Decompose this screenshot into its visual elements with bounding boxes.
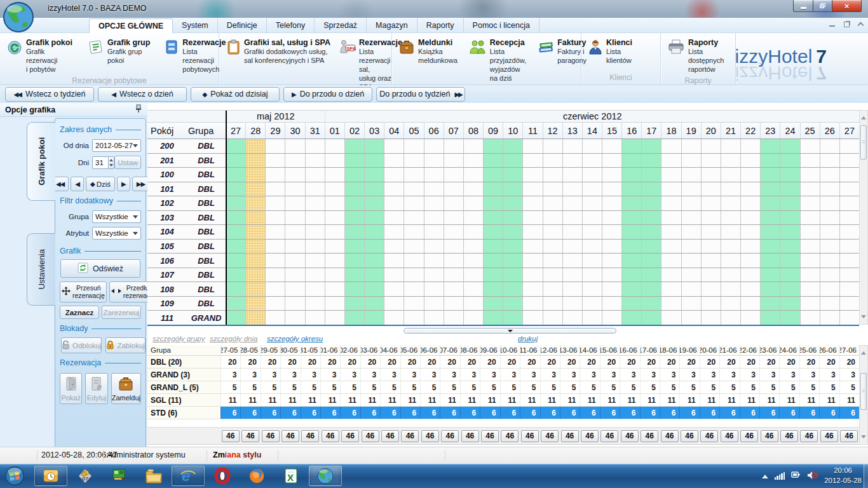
- summary-value-cell[interactable]: 6: [799, 407, 819, 419]
- scroll-up-icon[interactable]: [861, 114, 866, 119]
- schedule-cell[interactable]: [483, 311, 503, 325]
- internet-explorer-icon[interactable]: e: [172, 466, 205, 486]
- day-header-cell[interactable]: 31: [305, 123, 325, 139]
- schedule-cell[interactable]: [463, 196, 483, 210]
- pokoj-column-header[interactable]: Pokój: [147, 123, 187, 139]
- schedule-cell[interactable]: [463, 268, 483, 282]
- schedule-cell[interactable]: [344, 225, 364, 239]
- schedule-cell[interactable]: [463, 168, 483, 182]
- schedule-cell[interactable]: [285, 182, 304, 196]
- schedule-cell[interactable]: [780, 297, 799, 311]
- scroll-up-icon[interactable]: [861, 349, 866, 355]
- summary-value-cell[interactable]: 11: [560, 394, 580, 406]
- summary-value-cell[interactable]: 5: [480, 381, 499, 393]
- schedule-cell[interactable]: [364, 297, 384, 311]
- schedule-cell[interactable]: [344, 168, 364, 182]
- schedule-cell[interactable]: [582, 182, 602, 196]
- scrollbar-thumb[interactable]: [860, 373, 867, 410]
- app-menu-globe-icon[interactable]: [2, 1, 35, 36]
- schedule-cell[interactable]: [543, 154, 562, 168]
- zamelduj-button[interactable]: Zamelduj: [111, 373, 141, 404]
- day-header-cell[interactable]: 29: [265, 123, 285, 139]
- schedule-cell[interactable]: [364, 168, 384, 182]
- schedule-cell[interactable]: [543, 139, 562, 153]
- schedule-cell[interactable]: [305, 154, 325, 168]
- schedule-cell[interactable]: [503, 139, 522, 153]
- schedule-cell[interactable]: [444, 297, 463, 311]
- schedule-cell[interactable]: [621, 182, 641, 196]
- summary-value-cell[interactable]: 6: [400, 407, 420, 419]
- status-style-changer[interactable]: Zmiana stylu: [213, 451, 261, 459]
- schedule-cell[interactable]: [483, 240, 503, 254]
- summary-value-cell[interactable]: 20: [320, 356, 340, 368]
- summary-value-cell[interactable]: 20: [819, 356, 839, 368]
- schedule-cell[interactable]: [285, 311, 304, 325]
- atrybut-combobox[interactable]: Wszystkie: [92, 227, 141, 240]
- summary-value-cell[interactable]: 5: [220, 381, 240, 393]
- summary-row[interactable]: GRAND (3)3333333333333333333333333333333…: [147, 369, 859, 381]
- summary-value-cell[interactable]: 5: [340, 381, 360, 393]
- schedule-cell[interactable]: [562, 268, 582, 282]
- summary-value-cell[interactable]: 5: [520, 381, 539, 393]
- schedule-cell[interactable]: [701, 282, 721, 296]
- summary-value-cell[interactable]: 3: [480, 369, 499, 381]
- schedule-cell[interactable]: [820, 240, 839, 254]
- summary-value-cell[interactable]: 11: [779, 394, 799, 406]
- summary-value-cell[interactable]: 3: [799, 369, 819, 381]
- schedule-cell[interactable]: [839, 268, 859, 282]
- schedule-cell[interactable]: [760, 154, 780, 168]
- summary-value-cell[interactable]: 3: [839, 369, 859, 381]
- taskbar-clock[interactable]: 20:06 2012-05-28: [824, 466, 862, 485]
- summary-value-cell[interactable]: 6: [740, 407, 759, 419]
- day-header-cell[interactable]: 01: [325, 123, 344, 139]
- schedule-cell[interactable]: [701, 196, 721, 210]
- schedule-cell[interactable]: [721, 139, 740, 153]
- summary-value-cell[interactable]: 11: [480, 394, 499, 406]
- summary-value-cell[interactable]: 5: [380, 381, 400, 393]
- summary-value-cell[interactable]: 6: [520, 407, 539, 419]
- schedule-cell[interactable]: [424, 254, 444, 268]
- schedule-cell[interactable]: [364, 182, 384, 196]
- schedule-cell[interactable]: [522, 211, 542, 225]
- summary-value-cell[interactable]: 3: [280, 369, 300, 381]
- day-header-cell[interactable]: 26: [820, 123, 839, 139]
- link-szczegoly-grupy[interactable]: szczegóły grupy: [153, 335, 205, 342]
- ribbon-item-grafik-pokoi[interactable]: Grafik pokoiGrafik rezerwacji i pobytów: [4, 37, 75, 75]
- summary-value-cell[interactable]: 5: [580, 381, 599, 393]
- schedule-cell[interactable]: [621, 211, 641, 225]
- schedule-cell[interactable]: [245, 154, 265, 168]
- schedule-cell[interactable]: [602, 311, 621, 325]
- room-group-cell[interactable]: DBL: [187, 139, 226, 153]
- day-header-cell[interactable]: 09: [483, 123, 503, 139]
- schedule-cell[interactable]: [721, 254, 740, 268]
- schedule-cell[interactable]: [463, 139, 483, 153]
- summary-value-cell[interactable]: 11: [460, 394, 480, 406]
- summary-value-cell[interactable]: 3: [340, 369, 360, 381]
- summary-value-cell[interactable]: 20: [839, 356, 859, 368]
- link-drukuj[interactable]: drukuj: [518, 335, 538, 342]
- schedule-cell[interactable]: [740, 196, 760, 210]
- summary-value-cell[interactable]: 11: [620, 394, 639, 406]
- schedule-cell[interactable]: [661, 254, 681, 268]
- firefox-icon[interactable]: [240, 466, 273, 486]
- schedule-cell[interactable]: [424, 297, 444, 311]
- schedule-cell[interactable]: [780, 211, 799, 225]
- schedule-cell[interactable]: [780, 168, 799, 182]
- schedule-cell[interactable]: [364, 196, 384, 210]
- schedule-cell[interactable]: [463, 282, 483, 296]
- scroll-down-icon[interactable]: [861, 315, 866, 321]
- schedule-cell[interactable]: [522, 196, 542, 210]
- schedule-cell[interactable]: [305, 168, 325, 182]
- outlook-icon[interactable]: [34, 466, 67, 486]
- room-group-cell[interactable]: DBL: [187, 211, 226, 225]
- summary-value-cell[interactable]: 6: [679, 407, 699, 419]
- schedule-cell[interactable]: [344, 282, 364, 296]
- summary-vertical-scrollbar[interactable]: [859, 345, 868, 445]
- schedule-cell[interactable]: [463, 240, 483, 254]
- summary-value-cell[interactable]: 20: [460, 356, 480, 368]
- day-header-cell[interactable]: 23: [760, 123, 780, 139]
- day-header-cell[interactable]: 06: [424, 123, 444, 139]
- schedule-cell[interactable]: [364, 139, 384, 153]
- schedule-cell[interactable]: [503, 254, 522, 268]
- schedule-cell[interactable]: [701, 225, 721, 239]
